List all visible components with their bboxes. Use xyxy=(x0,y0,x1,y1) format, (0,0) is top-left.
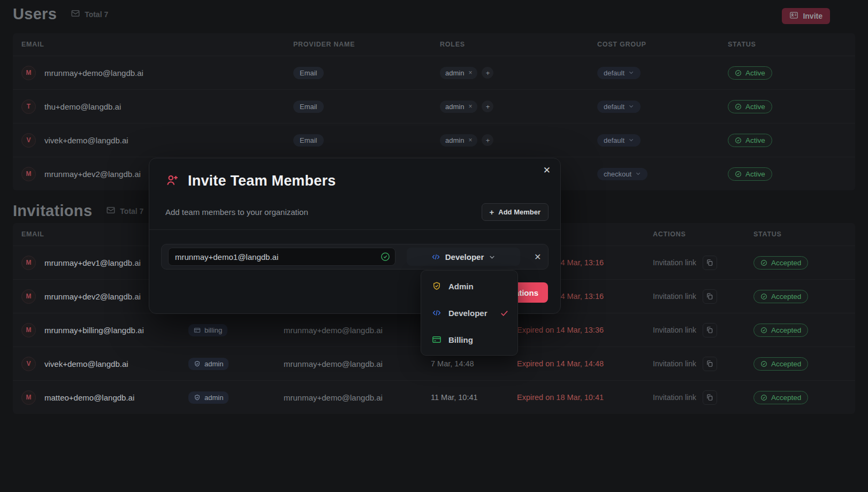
role-option-label: Developer xyxy=(448,309,488,318)
copy-icon xyxy=(706,326,713,334)
add-role-button[interactable]: + xyxy=(482,134,493,146)
invitation-role-badge: admin xyxy=(188,391,229,404)
check-circle-icon xyxy=(760,259,767,266)
user-email: thu+demo@langdb.ai xyxy=(44,102,121,111)
copy-icon xyxy=(706,394,713,401)
role-option-admin[interactable]: Admin xyxy=(421,273,517,299)
role-option-billing[interactable]: Billing xyxy=(421,326,517,353)
check-circle-icon xyxy=(760,360,767,367)
id-card-icon xyxy=(789,11,798,21)
status-badge: Active xyxy=(728,167,772,181)
avatar: M xyxy=(21,289,36,304)
add-role-button[interactable]: + xyxy=(482,101,493,112)
valid-check-icon xyxy=(380,252,390,262)
shield-icon xyxy=(194,394,201,401)
provider-badge: Email xyxy=(293,134,324,147)
table-row: M mrunmay+demo@langdb.ai Email admin× + … xyxy=(13,56,855,89)
copy-icon xyxy=(706,360,713,367)
add-member-button[interactable]: + Add Member xyxy=(482,203,549,221)
invitation-email: matteo+demo@langdb.ai xyxy=(44,393,134,402)
avatar: M xyxy=(21,256,36,270)
copy-link-button[interactable] xyxy=(703,256,717,270)
role-select-button[interactable]: Developer xyxy=(407,248,520,266)
role-chip: admin× xyxy=(440,67,477,79)
avatar: M xyxy=(21,390,36,405)
users-section-header: Users Total 7 xyxy=(13,5,108,23)
remove-member-button[interactable]: ✕ xyxy=(534,252,541,262)
chevron-down-icon xyxy=(628,103,634,111)
app-root: Users Total 7 Invite EMAIL PROVIDER NAME… xyxy=(0,0,868,492)
check-circle-icon xyxy=(760,327,767,334)
role-chip: admin× xyxy=(440,101,477,113)
cost-group-select[interactable]: default xyxy=(597,67,641,79)
invited-by: mrunmay+demo@langdb.ai xyxy=(284,359,431,368)
role-option-developer[interactable]: Developer xyxy=(421,299,517,326)
invited-by: mrunmay+demo@langdb.ai xyxy=(284,326,431,335)
cost-group-select[interactable]: checkout xyxy=(597,168,648,180)
chevron-down-icon xyxy=(635,170,641,178)
invite-button-label: Invite xyxy=(803,12,823,20)
check-circle-icon xyxy=(735,171,742,178)
col-header-roles: ROLES xyxy=(440,41,597,48)
envelope-icon xyxy=(71,9,80,20)
user-plus-icon xyxy=(165,173,179,189)
invitation-link-label: Invitation link xyxy=(653,326,696,334)
avatar: M xyxy=(21,323,36,337)
code-icon xyxy=(432,308,441,318)
remove-role-icon[interactable]: × xyxy=(468,69,472,76)
code-icon xyxy=(431,252,440,262)
status-badge: Active xyxy=(728,66,772,80)
invite-button[interactable]: Invite xyxy=(782,8,830,24)
cost-group-select[interactable]: default xyxy=(597,134,641,147)
expired-date: Expired on 18 Mar, 10:41 xyxy=(517,393,653,402)
status-badge: Active xyxy=(728,134,772,147)
role-dropdown-menu: Admin Developer Billing xyxy=(421,270,518,356)
copy-link-button[interactable] xyxy=(703,357,717,371)
copy-link-button[interactable] xyxy=(703,323,717,337)
check-circle-icon xyxy=(760,394,767,401)
avatar: T xyxy=(21,99,36,114)
copy-link-button[interactable] xyxy=(703,390,717,405)
cost-group-select[interactable]: default xyxy=(597,101,641,113)
add-role-button[interactable]: + xyxy=(482,67,493,79)
invitation-role-badge: billing xyxy=(188,324,227,336)
check-circle-icon xyxy=(735,103,742,110)
invitation-email: vivek+demo@langdb.ai xyxy=(44,359,128,368)
created-date: 7 Mar, 14:48 xyxy=(431,359,517,368)
invitation-email: mrunmay+dev1@langdb.ai xyxy=(44,258,141,267)
table-row: T thu+demo@langdb.ai Email admin× + defa… xyxy=(13,89,855,123)
copy-link-button[interactable] xyxy=(703,289,717,304)
invitations-title: Invitations xyxy=(13,202,92,220)
col-header-email: EMAIL xyxy=(21,41,293,48)
invitations-total-badge: Total 7 xyxy=(106,205,143,217)
chevron-down-icon xyxy=(489,253,496,260)
modal-close-button[interactable]: ✕ xyxy=(543,166,551,175)
users-total-badge: Total 7 xyxy=(71,9,108,20)
chevron-down-icon xyxy=(628,136,634,144)
invitation-link-label: Invitation link xyxy=(653,258,696,267)
credit-card-icon xyxy=(194,327,201,334)
table-row: V vivek+demo@langdb.ai Email admin× + de… xyxy=(13,123,855,157)
modal-title: Invite Team Members xyxy=(188,173,336,189)
remove-role-icon[interactable]: × xyxy=(468,136,472,144)
status-badge: Accepted xyxy=(753,324,808,337)
expired-date: Expired on 14 Mar, 13:36 xyxy=(517,326,653,334)
member-row: Developer ✕ xyxy=(161,244,549,270)
invited-by: mrunmay+demo@langdb.ai xyxy=(284,393,431,402)
col-header-status: STATUS xyxy=(753,230,847,238)
status-badge: Active xyxy=(728,100,772,113)
avatar: V xyxy=(21,357,36,371)
expired-date: Expired on 14 Mar, 14:48 xyxy=(517,359,653,368)
plus-icon: + xyxy=(490,207,494,217)
check-icon xyxy=(500,309,509,318)
col-header-provider: PROVIDER NAME xyxy=(293,41,440,48)
modal-subtitle: Add team members to your organization xyxy=(165,207,308,217)
col-header-actions: ACTIONS xyxy=(653,230,753,238)
check-circle-icon xyxy=(760,293,767,300)
avatar: V xyxy=(21,133,36,148)
remove-role-icon[interactable]: × xyxy=(468,103,472,110)
col-header-cost-group: COST GROUP xyxy=(597,41,728,48)
role-option-label: Admin xyxy=(448,282,474,291)
role-chip: admin× xyxy=(440,134,477,147)
member-email-input[interactable] xyxy=(168,248,395,266)
